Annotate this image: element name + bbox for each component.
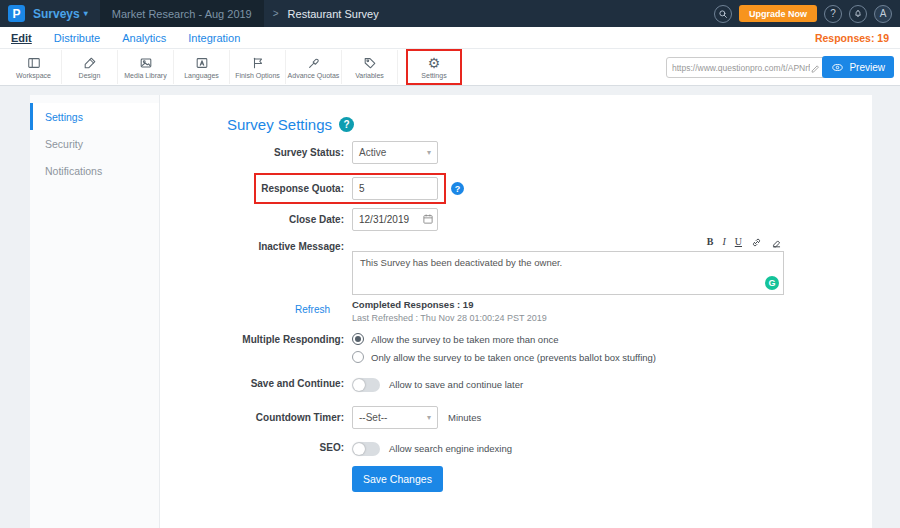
sidebar-item-security[interactable]: Security (30, 130, 159, 157)
toolbar-item-settings[interactable]: ⚙ Settings (406, 49, 462, 85)
responses-count: Responses: 19 (815, 32, 889, 44)
seo-label: SEO: (160, 441, 352, 453)
survey-url-input[interactable] (672, 63, 810, 73)
save-and-continue-row: Save and Continue: Allow to save and con… (160, 377, 872, 392)
title-help-icon[interactable]: ? (339, 117, 354, 132)
toolbar-item-finish-options[interactable]: Finish Options (230, 50, 286, 84)
settings-panel: Survey Settings ? Survey Status: Active … (160, 95, 872, 528)
radio-option-label: Only allow the survey to be taken once (… (371, 352, 656, 363)
languages-icon (195, 55, 209, 70)
toolbar-item-workspace[interactable]: Workspace (6, 50, 62, 84)
grammarly-icon[interactable]: G (765, 276, 779, 290)
eye-icon (831, 62, 844, 73)
page-title: Survey Settings (227, 116, 332, 133)
toolbar-item-advance-quotas[interactable]: Advance Quotas (286, 50, 342, 84)
user-avatar[interactable]: A (874, 5, 892, 23)
finish-options-icon (251, 55, 265, 70)
chevron-down-icon: ▾ (427, 413, 431, 422)
upgrade-now-button[interactable]: Upgrade Now (739, 5, 817, 22)
refresh-row: Refresh Completed Responses : 19 Last Re… (160, 299, 872, 323)
response-quota-input[interactable] (352, 177, 438, 200)
radio-unchecked-icon (352, 351, 364, 363)
countdown-timer-row: Countdown Timer: --Set-- ▾ Minutes (160, 406, 872, 429)
response-quota-row: Response Quota: ? (160, 177, 872, 200)
inactive-message-label: Inactive Message: (160, 235, 352, 252)
help-button[interactable]: ? (824, 5, 842, 23)
workspace-icon (27, 55, 41, 70)
chevron-down-icon: ▾ (427, 148, 431, 157)
countdown-timer-select[interactable]: --Set-- ▾ (352, 406, 438, 429)
topbar-actions: Upgrade Now ? A (714, 5, 892, 23)
toolbar-item-media-library[interactable]: Media Library (118, 50, 174, 84)
radio-checked-icon (352, 333, 364, 345)
toolbar-item-label: Media Library (124, 72, 166, 79)
refresh-link[interactable]: Refresh (295, 304, 330, 315)
notifications-button[interactable] (849, 5, 867, 23)
avatar-letter: A (880, 8, 887, 19)
countdown-timer-suffix: Minutes (448, 406, 481, 423)
survey-toolbar: Workspace Design Media Library Languages… (0, 49, 900, 86)
tab-edit[interactable]: Edit (11, 32, 32, 44)
completed-responses-text: Completed Responses : 19 (352, 299, 547, 310)
tab-analytics[interactable]: Analytics (122, 32, 166, 44)
edit-url-pencil-icon[interactable] (810, 63, 820, 73)
clear-format-icon[interactable] (771, 237, 782, 248)
toolbar-item-label: Advance Quotas (288, 72, 340, 79)
seo-toggle[interactable] (352, 442, 380, 456)
surveys-menu[interactable]: Surveys ▾ (33, 7, 88, 21)
breadcrumb-parent[interactable]: Market Research - Aug 2019 (100, 0, 264, 27)
toolbar-item-label: Workspace (16, 72, 51, 79)
survey-status-row: Survey Status: Active ▾ (160, 141, 872, 164)
countdown-timer-label: Countdown Timer: (160, 406, 352, 423)
variables-icon (363, 55, 377, 70)
format-toolbar: B I U (352, 235, 784, 249)
radio-option-once[interactable]: Only allow the survey to be taken once (… (352, 351, 656, 363)
survey-status-select[interactable]: Active ▾ (352, 141, 438, 164)
toolbar-item-languages[interactable]: Languages (174, 50, 230, 84)
multiple-responding-label: Multiple Responding: (160, 333, 352, 345)
preview-label: Preview (849, 62, 885, 73)
topbar: P Surveys ▾ Market Research - Aug 2019 >… (0, 0, 900, 27)
bold-button[interactable]: B (707, 236, 714, 248)
survey-status-label: Survey Status: (160, 141, 352, 158)
main-area: Settings Security Notifications Survey S… (0, 86, 900, 528)
toolbar-item-variables[interactable]: Variables (342, 50, 398, 84)
close-date-label: Close Date: (160, 208, 352, 225)
toolbar-item-design[interactable]: Design (62, 50, 118, 84)
questionpro-logo[interactable]: P (8, 5, 25, 22)
save-and-continue-label: Save and Continue: (160, 377, 352, 389)
chevron-down-icon: ▾ (84, 9, 88, 18)
save-and-continue-toggle[interactable] (352, 378, 380, 392)
sidebar-item-settings[interactable]: Settings (30, 103, 159, 130)
design-icon (83, 55, 97, 70)
surveys-menu-label: Surveys (33, 7, 80, 21)
nav-tabs-row: Edit Distribute Analytics Integration Re… (0, 27, 900, 49)
tab-integration[interactable]: Integration (188, 32, 240, 44)
underline-button[interactable]: U (735, 236, 742, 248)
radio-option-multiple[interactable]: Allow the survey to be taken more than o… (352, 333, 656, 345)
search-icon (718, 9, 728, 19)
calendar-icon[interactable] (422, 213, 434, 225)
toolbar-item-label: Design (79, 72, 101, 79)
response-quota-help-icon[interactable]: ? (451, 182, 464, 195)
multiple-responding-row: Multiple Responding: Allow the survey to… (160, 333, 872, 369)
seo-row: SEO: Allow search engine indexing (160, 441, 872, 456)
link-icon[interactable] (751, 237, 762, 248)
radio-option-label: Allow the survey to be taken more than o… (371, 334, 558, 345)
save-changes-button[interactable]: Save Changes (352, 466, 443, 492)
toolbar-item-label: Variables (355, 72, 384, 79)
preview-button[interactable]: Preview (822, 56, 894, 78)
settings-gear-icon: ⚙ (428, 55, 441, 70)
toolbar-item-label: Settings (421, 72, 446, 79)
tab-distribute[interactable]: Distribute (54, 32, 100, 44)
italic-button[interactable]: I (722, 236, 725, 248)
inactive-message-textbox[interactable]: This Survey has been deactivated by the … (352, 251, 784, 295)
sidebar-item-notifications[interactable]: Notifications (30, 157, 159, 184)
search-button[interactable] (714, 5, 732, 23)
response-quota-label: Response Quota: (160, 177, 352, 194)
last-refreshed-text: Last Refreshed : Thu Nov 28 01:00:24 PST… (352, 313, 547, 323)
save-and-continue-description: Allow to save and continue later (389, 377, 523, 390)
bell-icon (853, 9, 863, 19)
settings-sidebar: Settings Security Notifications (30, 95, 160, 528)
survey-url-box (666, 57, 826, 78)
